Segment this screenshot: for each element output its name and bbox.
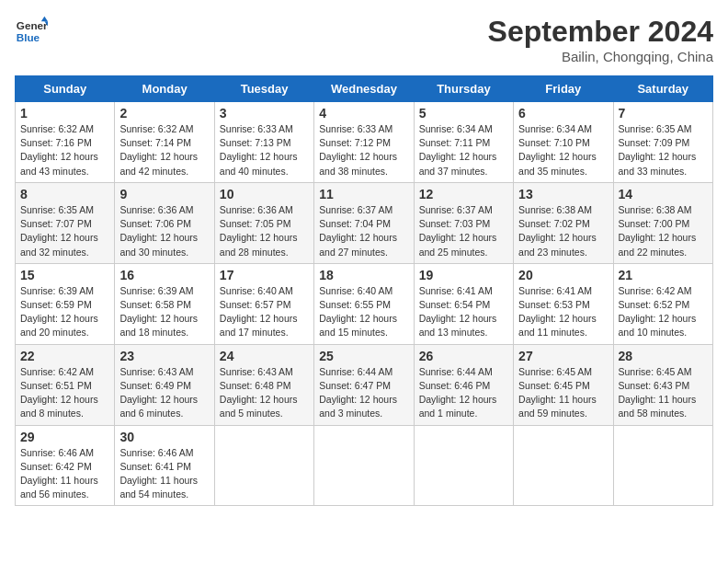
- calendar-row: 8Sunrise: 6:35 AM Sunset: 7:07 PM Daylig…: [16, 182, 713, 263]
- day-number: 6: [518, 106, 608, 121]
- title-block: September 2024 Bailin, Chongqing, China: [488, 15, 713, 64]
- table-row: 20Sunrise: 6:41 AM Sunset: 6:53 PM Dayli…: [514, 263, 613, 344]
- day-info: Sunrise: 6:45 AM Sunset: 6:43 PM Dayligh…: [619, 365, 708, 421]
- table-row: [613, 425, 712, 506]
- day-info: Sunrise: 6:34 AM Sunset: 7:10 PM Dayligh…: [518, 122, 608, 178]
- table-row: 5Sunrise: 6:34 AM Sunset: 7:11 PM Daylig…: [414, 102, 513, 183]
- header-row: Sunday Monday Tuesday Wednesday Thursday…: [16, 76, 713, 102]
- table-row: 22Sunrise: 6:42 AM Sunset: 6:51 PM Dayli…: [16, 344, 115, 425]
- day-number: 29: [20, 430, 109, 444]
- day-info: Sunrise: 6:39 AM Sunset: 6:59 PM Dayligh…: [20, 284, 109, 340]
- table-row: 19Sunrise: 6:41 AM Sunset: 6:54 PM Dayli…: [414, 263, 513, 344]
- day-info: Sunrise: 6:43 AM Sunset: 6:49 PM Dayligh…: [119, 365, 209, 421]
- table-row: 10Sunrise: 6:36 AM Sunset: 7:05 PM Dayli…: [214, 182, 313, 263]
- day-info: Sunrise: 6:38 AM Sunset: 7:00 PM Dayligh…: [619, 203, 708, 259]
- table-row: 8Sunrise: 6:35 AM Sunset: 7:07 PM Daylig…: [16, 182, 115, 263]
- col-sunday: Sunday: [16, 76, 115, 102]
- day-info: Sunrise: 6:40 AM Sunset: 6:55 PM Dayligh…: [319, 284, 408, 340]
- day-number: 8: [20, 187, 109, 201]
- day-info: Sunrise: 6:45 AM Sunset: 6:45 PM Dayligh…: [518, 365, 608, 421]
- calendar-row: 29Sunrise: 6:46 AM Sunset: 6:42 PM Dayli…: [16, 425, 713, 506]
- day-info: Sunrise: 6:35 AM Sunset: 7:07 PM Dayligh…: [20, 203, 109, 259]
- table-row: 23Sunrise: 6:43 AM Sunset: 6:49 PM Dayli…: [115, 344, 214, 425]
- day-number: 3: [220, 106, 309, 121]
- logo: General Blue: [15, 15, 48, 48]
- day-number: 9: [119, 187, 209, 201]
- day-number: 10: [220, 187, 309, 201]
- col-tuesday: Tuesday: [214, 76, 313, 102]
- day-info: Sunrise: 6:36 AM Sunset: 7:05 PM Dayligh…: [220, 203, 309, 259]
- day-info: Sunrise: 6:46 AM Sunset: 6:41 PM Dayligh…: [119, 446, 209, 502]
- day-number: 12: [419, 187, 508, 201]
- calendar-row: 15Sunrise: 6:39 AM Sunset: 6:59 PM Dayli…: [16, 263, 713, 344]
- day-number: 21: [619, 268, 708, 282]
- calendar-title: September 2024: [488, 15, 713, 49]
- day-info: Sunrise: 6:32 AM Sunset: 7:16 PM Dayligh…: [20, 122, 109, 178]
- day-info: Sunrise: 6:39 AM Sunset: 6:58 PM Dayligh…: [119, 284, 209, 340]
- table-row: [514, 425, 613, 506]
- table-row: 2Sunrise: 6:32 AM Sunset: 7:14 PM Daylig…: [115, 102, 214, 183]
- table-row: 26Sunrise: 6:44 AM Sunset: 6:46 PM Dayli…: [414, 344, 513, 425]
- logo-icon: General Blue: [15, 15, 48, 48]
- table-row: 14Sunrise: 6:38 AM Sunset: 7:00 PM Dayli…: [613, 182, 712, 263]
- day-number: 14: [619, 187, 708, 201]
- table-row: 1Sunrise: 6:32 AM Sunset: 7:16 PM Daylig…: [16, 102, 115, 183]
- table-row: 24Sunrise: 6:43 AM Sunset: 6:48 PM Dayli…: [214, 344, 313, 425]
- day-info: Sunrise: 6:34 AM Sunset: 7:11 PM Dayligh…: [419, 122, 508, 178]
- calendar-row: 1Sunrise: 6:32 AM Sunset: 7:16 PM Daylig…: [16, 102, 713, 183]
- day-number: 22: [20, 349, 109, 363]
- table-row: 29Sunrise: 6:46 AM Sunset: 6:42 PM Dayli…: [16, 425, 115, 506]
- table-row: 15Sunrise: 6:39 AM Sunset: 6:59 PM Dayli…: [16, 263, 115, 344]
- day-number: 30: [119, 430, 209, 444]
- svg-text:Blue: Blue: [17, 31, 40, 43]
- day-number: 4: [319, 106, 408, 121]
- table-row: 11Sunrise: 6:37 AM Sunset: 7:04 PM Dayli…: [314, 182, 414, 263]
- table-row: 13Sunrise: 6:38 AM Sunset: 7:02 PM Dayli…: [514, 182, 613, 263]
- day-info: Sunrise: 6:38 AM Sunset: 7:02 PM Dayligh…: [518, 203, 608, 259]
- col-wednesday: Wednesday: [314, 76, 414, 102]
- day-info: Sunrise: 6:40 AM Sunset: 6:57 PM Dayligh…: [220, 284, 309, 340]
- table-row: 6Sunrise: 6:34 AM Sunset: 7:10 PM Daylig…: [514, 102, 613, 183]
- day-number: 2: [119, 106, 209, 121]
- day-info: Sunrise: 6:41 AM Sunset: 6:54 PM Dayligh…: [419, 284, 508, 340]
- day-number: 24: [220, 349, 309, 363]
- day-number: 23: [119, 349, 209, 363]
- day-info: Sunrise: 6:35 AM Sunset: 7:09 PM Dayligh…: [619, 122, 708, 178]
- day-number: 18: [319, 268, 408, 282]
- col-thursday: Thursday: [414, 76, 513, 102]
- day-number: 26: [419, 349, 508, 363]
- day-info: Sunrise: 6:36 AM Sunset: 7:06 PM Dayligh…: [119, 203, 209, 259]
- day-info: Sunrise: 6:46 AM Sunset: 6:42 PM Dayligh…: [20, 446, 109, 502]
- day-number: 19: [419, 268, 508, 282]
- day-info: Sunrise: 6:37 AM Sunset: 7:04 PM Dayligh…: [319, 203, 408, 259]
- page-header: General Blue September 2024 Bailin, Chon…: [15, 15, 713, 64]
- day-info: Sunrise: 6:42 AM Sunset: 6:51 PM Dayligh…: [20, 365, 109, 421]
- calendar-subtitle: Bailin, Chongqing, China: [488, 49, 713, 64]
- day-info: Sunrise: 6:32 AM Sunset: 7:14 PM Dayligh…: [119, 122, 209, 178]
- day-info: Sunrise: 6:41 AM Sunset: 6:53 PM Dayligh…: [518, 284, 608, 340]
- table-row: 16Sunrise: 6:39 AM Sunset: 6:58 PM Dayli…: [115, 263, 214, 344]
- table-row: 4Sunrise: 6:33 AM Sunset: 7:12 PM Daylig…: [314, 102, 414, 183]
- col-friday: Friday: [514, 76, 613, 102]
- day-info: Sunrise: 6:43 AM Sunset: 6:48 PM Dayligh…: [220, 365, 309, 421]
- day-info: Sunrise: 6:33 AM Sunset: 7:12 PM Dayligh…: [319, 122, 408, 178]
- table-row: 12Sunrise: 6:37 AM Sunset: 7:03 PM Dayli…: [414, 182, 513, 263]
- table-row: 27Sunrise: 6:45 AM Sunset: 6:45 PM Dayli…: [514, 344, 613, 425]
- day-number: 16: [119, 268, 209, 282]
- day-number: 1: [20, 106, 109, 121]
- calendar-table: Sunday Monday Tuesday Wednesday Thursday…: [15, 75, 713, 506]
- table-row: 25Sunrise: 6:44 AM Sunset: 6:47 PM Dayli…: [314, 344, 414, 425]
- day-info: Sunrise: 6:33 AM Sunset: 7:13 PM Dayligh…: [220, 122, 309, 178]
- table-row: 21Sunrise: 6:42 AM Sunset: 6:52 PM Dayli…: [613, 263, 712, 344]
- col-saturday: Saturday: [613, 76, 712, 102]
- table-row: [414, 425, 513, 506]
- day-number: 17: [220, 268, 309, 282]
- day-number: 27: [518, 349, 608, 363]
- day-number: 7: [619, 106, 708, 121]
- day-number: 11: [319, 187, 408, 201]
- day-info: Sunrise: 6:42 AM Sunset: 6:52 PM Dayligh…: [619, 284, 708, 340]
- table-row: [314, 425, 414, 506]
- day-number: 28: [619, 349, 708, 363]
- table-row: 17Sunrise: 6:40 AM Sunset: 6:57 PM Dayli…: [214, 263, 313, 344]
- table-row: 7Sunrise: 6:35 AM Sunset: 7:09 PM Daylig…: [613, 102, 712, 183]
